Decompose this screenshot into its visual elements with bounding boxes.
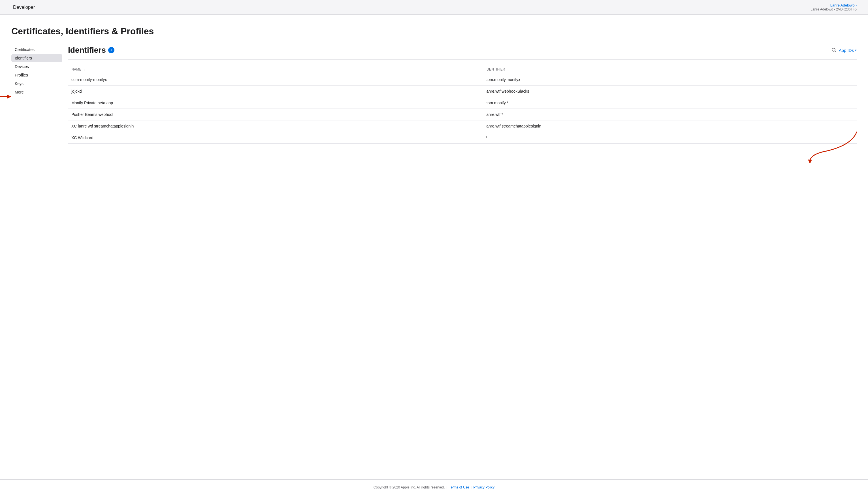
sidebar-nav: Certificates Identifiers Devices Profile… xyxy=(11,46,62,96)
cell-identifier: lanre.wtf.webhookSlacks xyxy=(482,86,857,97)
identifiers-heading: Identifiers xyxy=(68,46,106,55)
dropdown-chevron-icon: ▾ xyxy=(855,49,857,52)
cell-identifier: com.monify.monifyx xyxy=(482,74,857,86)
cell-name: jdjdkd xyxy=(68,86,482,97)
sidebar-link-profiles[interactable]: Profiles xyxy=(11,71,62,79)
column-name[interactable]: NAME ↓ xyxy=(68,65,482,74)
cell-name: com-monify-monifyx xyxy=(68,74,482,86)
top-nav: Developer Lanre Adelowo › Lanre Adelowo … xyxy=(0,0,868,15)
sidebar: Certificates Identifiers Devices Profile… xyxy=(11,46,68,144)
footer: Copyright © 2020 Apple Inc. All rights r… xyxy=(0,479,868,495)
table-row[interactable]: XC Wildcard* xyxy=(68,132,857,144)
cell-identifier: lanre.wtf.* xyxy=(482,109,857,120)
table-header-row: NAME ↓ IDENTIFIER xyxy=(68,65,857,74)
svg-line-3 xyxy=(835,51,836,52)
cell-identifier: lanre.wtf.streamchatapplesignin xyxy=(482,120,857,132)
sidebar-item-certificates[interactable]: Certificates xyxy=(11,46,62,54)
sidebar-item-identifiers[interactable]: Identifiers xyxy=(11,54,62,62)
header-actions: App IDs ▾ xyxy=(831,48,857,53)
app-ids-dropdown[interactable]: App IDs ▾ xyxy=(839,48,857,53)
sidebar-item-devices[interactable]: Devices xyxy=(11,63,62,71)
page-title: Certificates, Identifiers & Profiles xyxy=(11,26,857,37)
main-content: Identifiers + App IDs ▾ xyxy=(68,46,857,144)
privacy-policy-link[interactable]: Privacy Policy xyxy=(473,485,494,489)
copyright-text: Copyright © 2020 Apple Inc. All rights r… xyxy=(374,485,445,489)
add-identifier-button[interactable]: + xyxy=(108,47,114,53)
cell-name: Pusher Beams webhool xyxy=(68,109,482,120)
sidebar-link-more[interactable]: More xyxy=(11,88,62,96)
apple-developer-logo: Developer xyxy=(11,4,35,10)
svg-marker-4 xyxy=(808,159,812,164)
footer-divider-2: | xyxy=(471,485,472,489)
developer-label: Developer xyxy=(13,4,35,10)
user-name-chevron: › xyxy=(855,3,857,7)
table-row[interactable]: com-monify-monifyxcom.monify.monifyx xyxy=(68,74,857,86)
footer-divider: | xyxy=(447,485,447,489)
cell-identifier: com.monify.* xyxy=(482,97,857,109)
column-identifier: IDENTIFIER xyxy=(482,65,857,74)
user-name-dropdown[interactable]: Lanre Adelowo › xyxy=(811,3,857,7)
table-header: NAME ↓ IDENTIFIER xyxy=(68,65,857,74)
user-menu[interactable]: Lanre Adelowo › Lanre Adelowo - 2VDK236T… xyxy=(811,3,857,11)
sidebar-item-more[interactable]: More xyxy=(11,88,62,96)
search-icon[interactable] xyxy=(831,48,836,53)
sort-icon: ↓ xyxy=(84,68,85,71)
sidebar-item-profiles[interactable]: Profiles xyxy=(11,71,62,79)
user-account-id: Lanre Adelowo - 2VDK236TF5 xyxy=(811,7,857,11)
svg-marker-1 xyxy=(7,95,11,99)
table-row[interactable]: XC lanre wtf streamchatapplesigninlanre.… xyxy=(68,120,857,132)
section-header: Identifiers + App IDs ▾ xyxy=(68,46,857,59)
sidebar-link-devices[interactable]: Devices xyxy=(11,63,62,71)
section-title-group: Identifiers + xyxy=(68,46,114,55)
identifiers-table: NAME ↓ IDENTIFIER com-monify-monifyxcom.… xyxy=(68,65,857,144)
sidebar-item-keys[interactable]: Keys xyxy=(11,80,62,88)
page-wrapper: Certificates, Identifiers & Profiles Cer… xyxy=(0,15,868,479)
app-ids-label: App IDs xyxy=(839,48,854,53)
table-row[interactable]: Monify Private beta appcom.monify.* xyxy=(68,97,857,109)
content-area: Certificates Identifiers Devices Profile… xyxy=(11,46,857,144)
table-body: com-monify-monifyxcom.monify.monifyxjdjd… xyxy=(68,74,857,144)
user-name: Lanre Adelowo xyxy=(830,3,855,7)
table-row[interactable]: Pusher Beams webhoollanre.wtf.* xyxy=(68,109,857,120)
cell-identifier: * xyxy=(482,132,857,144)
cell-name: XC lanre wtf streamchatapplesignin xyxy=(68,120,482,132)
table-row[interactable]: jdjdkdlanre.wtf.webhookSlacks xyxy=(68,86,857,97)
cell-name: XC Wildcard xyxy=(68,132,482,144)
cell-name: Monify Private beta app xyxy=(68,97,482,109)
sidebar-link-keys[interactable]: Keys xyxy=(11,80,62,88)
sidebar-link-certificates[interactable]: Certificates xyxy=(11,46,62,54)
terms-of-use-link[interactable]: Terms of Use xyxy=(449,485,469,489)
sidebar-link-identifiers[interactable]: Identifiers xyxy=(11,54,62,62)
